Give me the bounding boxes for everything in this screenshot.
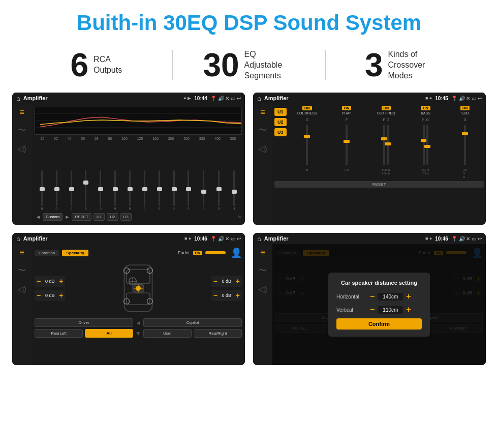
eq-btn-u2[interactable]: U2 [107, 213, 118, 221]
status-icons-4: 📍 🔊 ✕ ▭ ↩ [451, 236, 482, 242]
side-icons-1: ≡ 〜 ◁) [12, 104, 32, 225]
tab-common[interactable]: Common [35, 250, 59, 256]
amp-main: U1 U2 U3 ON LOUDNESS G 0 [272, 104, 486, 225]
ch-phat-on[interactable]: ON [342, 106, 352, 110]
u-buttons: U1 U2 U3 [274, 106, 287, 136]
dialog-minus-vertical[interactable]: − [370, 305, 375, 314]
car-diagram [68, 260, 208, 316]
eq-icon-4[interactable]: ≡ [260, 248, 265, 257]
eq-prev[interactable]: ◄ [36, 214, 41, 220]
ch-sub-label: SUB [461, 111, 469, 115]
time-2: 10:45 [435, 96, 448, 101]
eq-slider-0: 0 [41, 170, 43, 210]
vol-plus-tl[interactable]: + [59, 277, 63, 285]
eq-slider-9: 0 [173, 170, 174, 210]
vol-minus-br[interactable]: − [213, 291, 217, 300]
vol-minus-bl[interactable]: − [37, 291, 41, 300]
eq-btn-u3[interactable]: U3 [120, 213, 132, 221]
ch-bass: ON BASS F G 90Hz [407, 106, 445, 178]
home-icon-4[interactable]: ⌂ [257, 235, 261, 243]
ch-loudness-on[interactable]: ON [302, 106, 312, 110]
screens-grid: ⌂ Amplifier ● ▶ 10:44 📍 🔊 ✕ ▭ ↩ ≡ 〜 ◁) [0, 93, 498, 377]
btn-all[interactable]: All [85, 329, 133, 338]
page-title: Buith-in 30EQ DSP Sound System [0, 0, 498, 40]
eq-icon[interactable]: ≡ [19, 108, 24, 117]
ch-phat-label: PHAT [342, 111, 351, 115]
dialog-plus-horizontal[interactable]: + [406, 292, 411, 301]
stat-label-rca: RCA Outputs [94, 54, 122, 76]
arrow-down[interactable]: ▼ [135, 330, 141, 337]
spk-side: ≡ 〜 ◁) [12, 244, 32, 365]
home-icon-3[interactable]: ⌂ [16, 235, 20, 243]
ch-cutfreq-on[interactable]: ON [382, 106, 391, 110]
wave-icon-4[interactable]: 〜 [259, 265, 267, 276]
eq-slider-8: 0 [159, 170, 160, 210]
vol-minus-tl[interactable]: − [37, 277, 41, 285]
screen4-content: ≡ 〜 ◁) Common Specialty Fader ON 👤 [253, 244, 486, 365]
ch-loudness: ON LOUDNESS G 0 [289, 106, 326, 178]
home-icon-2[interactable]: ⌂ [257, 95, 261, 102]
eq-slider-5: 0 [114, 170, 116, 210]
u1-btn[interactable]: U1 [274, 108, 287, 116]
wave-icon-2[interactable]: 〜 [259, 125, 267, 136]
status-dots-3: ■ ● [184, 236, 191, 241]
vol-minus-tr[interactable]: − [213, 277, 217, 285]
dialog-plus-vertical[interactable]: + [406, 305, 411, 314]
arrow-left[interactable]: ◄ [135, 319, 141, 326]
status-dots-1: ● ▶ [183, 96, 191, 101]
home-icon-1[interactable]: ⌂ [16, 95, 20, 102]
btn-user[interactable]: User [143, 329, 192, 338]
spk-middle: − 0 dB + − 0 dB + [35, 260, 242, 316]
vol-plus-tr[interactable]: + [236, 277, 240, 285]
amp-top-row: U1 U2 U3 ON LOUDNESS G 0 [274, 106, 484, 178]
eq-btn-u1[interactable]: U1 [94, 213, 105, 221]
car-svg [113, 260, 164, 316]
vol-plus-br[interactable]: + [236, 291, 240, 300]
dist-main: Common Specialty Fader ON 👤 − 0 dB + [272, 244, 486, 365]
dialog-row-horizontal: Horizontal − 140cm + [336, 292, 422, 301]
eq-icon-2[interactable]: ≡ [260, 108, 265, 117]
vol-controls-right: − 0 dB + − 0 dB + [211, 276, 242, 301]
eq-icon-3[interactable]: ≡ [19, 248, 24, 257]
ch-sub-on[interactable]: ON [460, 106, 470, 110]
screen3-content: ≡ 〜 ◁) Common Specialty Fader ON 👤 − [12, 244, 245, 365]
btn-copilot[interactable]: Copilot [143, 318, 242, 327]
wave-icon[interactable]: 〜 [18, 125, 26, 136]
screen-eq: ⌂ Amplifier ● ▶ 10:44 📍 🔊 ✕ ▭ ↩ ≡ 〜 ◁) [12, 93, 245, 225]
spk-bottom: Driver ◄ Copilot [35, 318, 242, 327]
tab-specialty[interactable]: Specialty [62, 250, 88, 256]
time-4: 10:46 [435, 236, 448, 242]
u3-btn[interactable]: U3 [274, 128, 287, 136]
amp-side: ≡ 〜 ◁) [253, 104, 272, 225]
fader-on[interactable]: ON [193, 251, 203, 255]
btn-rearleft[interactable]: RearLeft [35, 329, 83, 338]
eq-more[interactable]: » [238, 214, 241, 220]
u2-btn[interactable]: U2 [274, 118, 287, 126]
spk-main: Common Specialty Fader ON 👤 − 0 dB + [32, 244, 245, 365]
speaker-icon-3[interactable]: ◁) [17, 284, 26, 294]
speaker-icon-4[interactable]: ◁) [258, 284, 267, 294]
eq-next[interactable]: ► [65, 214, 70, 220]
wave-icon-3[interactable]: 〜 [18, 265, 26, 276]
vol-plus-bl[interactable]: + [59, 291, 63, 300]
speaker-icon[interactable]: ◁) [17, 144, 26, 154]
btn-driver[interactable]: Driver [35, 318, 133, 327]
eq-btn-reset[interactable]: RESET [72, 213, 91, 221]
vol-controls-left: − 0 dB + − 0 dB + [35, 276, 65, 301]
screen1-content: ≡ 〜 ◁) [12, 104, 245, 225]
screen-fader: ⌂ Amplifier ■ ● 10:46 📍 🔊 ✕ ▭ ↩ ≡ 〜 ◁) C… [12, 233, 245, 365]
dialog-minus-horizontal[interactable]: − [370, 292, 375, 301]
speaker-icon-2[interactable]: ◁) [258, 144, 267, 154]
screen2-content: ≡ 〜 ◁) U1 U2 U3 ON LOUDNESS [253, 104, 486, 225]
vol-row-tl: − 0 dB + [35, 276, 65, 287]
fader-slider[interactable] [205, 251, 226, 254]
ch-bass-label: BASS [421, 111, 430, 115]
eq-slider-2: 0 [70, 170, 72, 210]
eq-preset-custom[interactable]: Custom [43, 213, 63, 221]
stat-label-eq: EQ Adjustable Segments [244, 49, 295, 81]
ch-bass-on[interactable]: ON [421, 106, 430, 110]
amp-reset[interactable]: RESET [274, 181, 484, 188]
confirm-button[interactable]: Confirm [336, 318, 422, 330]
btn-rearright[interactable]: RearRight [194, 329, 242, 338]
vol-value-bl: 0 dB [43, 293, 57, 298]
